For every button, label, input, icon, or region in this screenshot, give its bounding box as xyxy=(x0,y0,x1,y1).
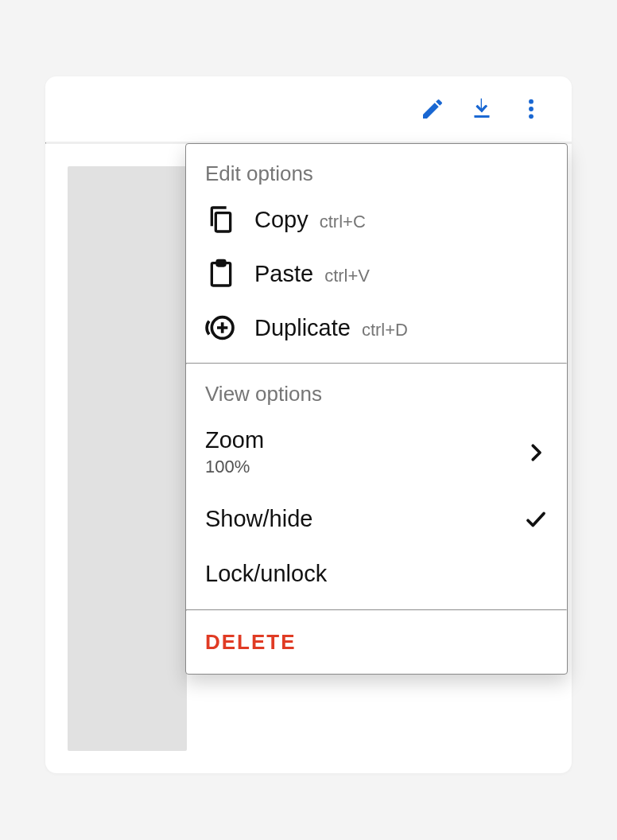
view-options-header: View options xyxy=(186,364,567,413)
menu-item-zoom[interactable]: Zoom 100% xyxy=(186,413,567,492)
pencil-icon xyxy=(420,96,445,122)
menu-item-paste[interactable]: Paste ctrl+V xyxy=(186,247,567,301)
download-icon xyxy=(469,96,495,122)
chevron-right-icon xyxy=(524,441,548,465)
menu-item-label: Copy xyxy=(254,207,308,233)
menu-item-delete[interactable]: DELETE xyxy=(186,611,567,671)
more-options-button[interactable] xyxy=(518,95,545,122)
menu-item-label: Duplicate xyxy=(254,315,351,341)
menu-item-showhide[interactable]: Show/hide xyxy=(186,492,567,546)
menu-item-shortcut: ctrl+V xyxy=(324,266,370,286)
svg-rect-5 xyxy=(217,260,225,266)
menu-item-label: DELETE xyxy=(205,630,548,655)
menu-item-shortcut: ctrl+D xyxy=(362,320,408,340)
copy-icon xyxy=(205,204,237,235)
duplicate-icon xyxy=(205,312,237,344)
menu-item-shortcut: ctrl+C xyxy=(320,212,366,232)
edit-options-header: Edit options xyxy=(186,144,567,192)
context-menu: Edit options Copy ctrl+C Paste ctrl+V xyxy=(185,143,568,675)
more-vert-icon xyxy=(518,96,544,122)
menu-item-label: Paste xyxy=(254,261,313,287)
menu-item-secondary: 100% xyxy=(205,457,524,477)
content-placeholder xyxy=(68,166,187,751)
menu-item-label: Show/hide xyxy=(205,506,524,532)
menu-item-copy[interactable]: Copy ctrl+C xyxy=(186,192,567,247)
svg-point-0 xyxy=(529,99,534,104)
paste-icon xyxy=(205,258,237,290)
menu-item-label: Zoom xyxy=(205,427,524,453)
menu-item-duplicate[interactable]: Duplicate ctrl+D xyxy=(186,301,567,355)
toolbar xyxy=(45,76,572,142)
svg-rect-3 xyxy=(215,213,230,231)
menu-item-label: Lock/unlock xyxy=(205,561,548,587)
svg-point-1 xyxy=(529,107,534,111)
svg-point-2 xyxy=(529,114,534,119)
check-icon xyxy=(524,508,548,531)
edit-button[interactable] xyxy=(419,95,446,122)
menu-item-lockunlock[interactable]: Lock/unlock xyxy=(186,546,567,601)
download-button[interactable] xyxy=(468,95,495,122)
